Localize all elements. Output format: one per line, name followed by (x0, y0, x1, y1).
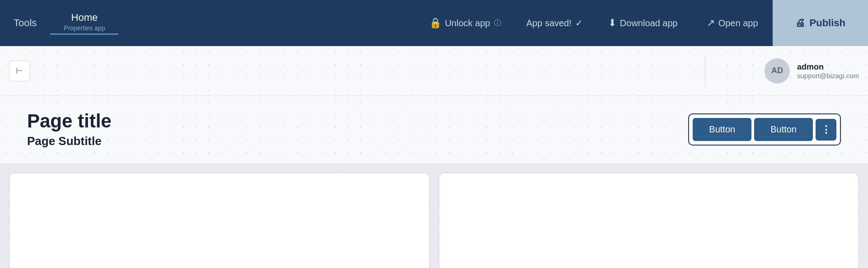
page-title-area: Page title Page Subtitle Button Button ⋮ (0, 96, 868, 164)
page-actions-group: Button Button ⋮ (688, 113, 841, 146)
collapse-icon: ⊢ (16, 66, 23, 76)
user-email: support@bizagi.com (797, 72, 859, 80)
user-details: admon support@bizagi.com (797, 62, 859, 80)
page-title: Page title (27, 111, 112, 132)
checkmark-icon: ✓ (575, 18, 583, 28)
panel-2 (439, 173, 859, 268)
open-icon: ↗ (707, 17, 715, 29)
info-icon: ⓘ (494, 19, 501, 28)
navbar: Tools Home Properties app 🔒 Unlock app ⓘ… (0, 0, 868, 46)
home-nav-item[interactable]: Home Properties app (50, 12, 118, 35)
user-name: admon (797, 62, 859, 72)
panels-area (0, 164, 868, 268)
page-title-section: Page title Page Subtitle (27, 111, 112, 148)
page-action-more-button[interactable]: ⋮ (816, 119, 836, 141)
home-nav-label: Home (71, 12, 98, 24)
user-info: AD admon support@bizagi.com (765, 58, 859, 84)
header-divider (705, 55, 706, 87)
content-area: ⊢ AD admon support@bizagi.com Page title… (0, 46, 868, 268)
panel-1 (9, 173, 430, 268)
publish-icon: 🖨 (795, 17, 805, 29)
page-header-strip: ⊢ AD admon support@bizagi.com (0, 46, 868, 96)
more-icon: ⋮ (821, 124, 831, 136)
saved-label: App saved! (526, 18, 572, 28)
download-app-label: Download app (620, 18, 678, 28)
page-action-button-1[interactable]: Button (693, 118, 751, 141)
lock-icon: 🔒 (429, 17, 441, 29)
download-icon: ⬇ (608, 17, 616, 29)
page-action-button-2[interactable]: Button (754, 118, 813, 141)
page-subtitle: Page Subtitle (27, 134, 112, 148)
publish-label: Publish (810, 17, 845, 29)
publish-button[interactable]: 🖨 Publish (773, 0, 868, 46)
tools-nav-item[interactable]: Tools (0, 17, 50, 29)
app-saved-status: App saved! ✓ (516, 18, 594, 28)
avatar: AD (765, 58, 790, 84)
nav-actions: 🔒 Unlock app ⓘ App saved! ✓ ⬇ Download a… (415, 0, 773, 46)
unlock-app-button[interactable]: 🔒 Unlock app ⓘ (415, 0, 516, 46)
download-app-button[interactable]: ⬇ Download app (594, 0, 692, 46)
collapse-sidebar-button[interactable]: ⊢ (9, 61, 30, 81)
unlock-app-label: Unlock app (445, 18, 490, 28)
open-app-button[interactable]: ↗ Open app (692, 0, 773, 46)
open-app-label: Open app (718, 18, 758, 28)
home-nav-sublabel: Properties app (64, 24, 105, 32)
